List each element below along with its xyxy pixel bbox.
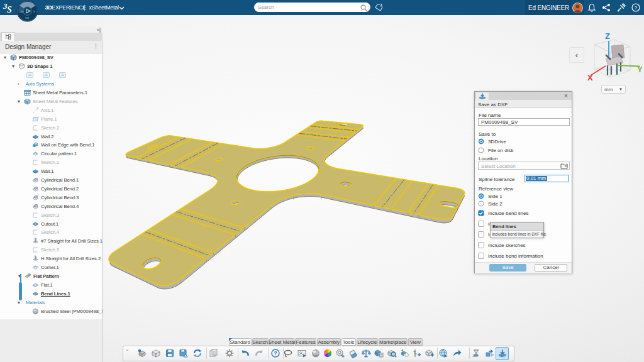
svg-text:V,R: V,R bbox=[25, 17, 29, 19]
svg-text:3D: 3D bbox=[21, 11, 24, 13]
svg-text:Z: Z bbox=[605, 31, 610, 41]
svg-text:?: ? bbox=[635, 5, 638, 11]
svg-text:Y: Y bbox=[637, 65, 643, 74]
svg-text:?: ? bbox=[274, 350, 277, 356]
svg-text:X: X bbox=[587, 73, 593, 82]
svg-text:3d: 3d bbox=[472, 354, 476, 358]
svg-text:S: S bbox=[7, 5, 12, 14]
